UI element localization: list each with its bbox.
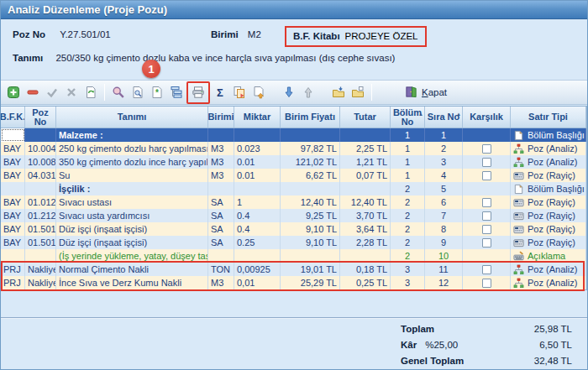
cell-bfk: PRJ — [1, 276, 25, 289]
cell: M3 — [208, 142, 234, 155]
satir-tipi-label: Bölüm Başlığı — [528, 130, 585, 140]
cell: M3 — [208, 169, 234, 182]
cell-bfk — [1, 128, 25, 142]
karsilik-checkbox[interactable] — [482, 211, 491, 221]
cancel-icon[interactable] — [62, 83, 81, 102]
table-row[interactable]: BAY10.004(Y1)250 kg çimento dozlu harç y… — [1, 142, 586, 155]
folder-save-icon[interactable] — [349, 83, 367, 102]
move-down-icon[interactable] — [280, 83, 298, 102]
kapat-button[interactable]: Kapat — [398, 84, 454, 102]
cell: 10.008(Y) — [25, 155, 56, 169]
table-row[interactable]: BAY10.008(Y)350 kg çimento dozlu ince ha… — [1, 155, 586, 169]
cell: Poz (Rayiç) — [511, 236, 586, 249]
table-row[interactable]: BAY01.012Sıvacı ustasıSA112,40 TL12,40 T… — [1, 195, 586, 209]
remove-icon[interactable] — [24, 83, 42, 102]
page-star-icon[interactable]: * — [148, 83, 166, 102]
column-header-miktar[interactable]: Miktar — [234, 107, 281, 128]
column-header-birimi[interactable]: Birimi — [208, 107, 234, 128]
table-row[interactable]: (İş yerinde yükleme, yatay, düşey taşın2… — [1, 249, 586, 263]
sort-asc-icon[interactable]: ▲ — [418, 110, 423, 119]
confirm-icon[interactable] — [43, 83, 61, 102]
cell: Bölüm Başlığı — [511, 182, 586, 195]
table-row[interactable]: BAY01.501Düz işçi (inşaat işçisi)SA0.49,… — [1, 222, 586, 236]
search-page-icon[interactable] — [129, 83, 147, 102]
cell-bfk: PRJ — [1, 263, 25, 276]
door-exit-icon — [405, 86, 417, 100]
cell — [463, 142, 511, 155]
bf-kitabi-value: PROJEYE ÖZEL — [345, 31, 418, 41]
column-header-birim-fiyat-[interactable]: Birim Fiyatı — [281, 107, 340, 128]
table-row[interactable]: BAY01.501Düz işçi (inşaat işçisi)SA0.259… — [1, 236, 586, 249]
folder-open-icon[interactable] — [329, 83, 348, 102]
table-row[interactable]: PRJNakliye.13İnce Sıva ve Derz Kumu Nakl… — [1, 276, 586, 289]
cell — [463, 209, 511, 222]
cell — [463, 195, 511, 209]
toolbar: *Σ Kapat — [1, 80, 587, 105]
print-icon[interactable] — [186, 81, 210, 104]
table-header-row: B.F.K.Poz NoTanımıBirimiMiktarBirim Fiya… — [1, 107, 586, 128]
cell: 5 — [425, 182, 463, 195]
satir-tipi-label: Poz (Analiz) — [528, 143, 577, 154]
copy-page-icon[interactable] — [230, 83, 249, 102]
analysis-tree-icon — [513, 264, 524, 275]
cell — [463, 276, 511, 289]
column-header-tutar[interactable]: Tutar — [340, 107, 391, 128]
cell: 121,02 TL — [281, 155, 340, 169]
cell: 0.4 — [234, 209, 281, 222]
table-row[interactable]: Malzeme :11Bölüm Başlığı — [1, 128, 586, 142]
refresh-icon[interactable] — [81, 83, 100, 102]
cell-bfk: BAY — [1, 222, 25, 236]
cell: Poz (Rayiç) — [511, 222, 586, 236]
cell-bfk: BAY — [1, 209, 25, 222]
cell: 01.501 — [25, 222, 56, 236]
cell — [234, 249, 281, 263]
page-add-icon[interactable] — [249, 83, 268, 102]
levels-icon[interactable] — [167, 83, 186, 102]
satir-tipi-label: Poz (Analiz) — [528, 264, 577, 274]
satir-tipi-label: Poz (Rayiç) — [528, 170, 575, 180]
sort-asc-icon[interactable]: ▲ — [456, 110, 461, 119]
table-body: Malzeme :11Bölüm BaşlığıBAY10.004(Y1)250… — [1, 128, 586, 289]
cell: 2 — [391, 222, 425, 236]
column-header-kar-l-k[interactable]: Karşılık — [463, 107, 511, 128]
table-row[interactable]: BAY04.031SuM30.016,62 TL0,07 TL14Poz (Ra… — [1, 169, 586, 182]
karsilik-checkbox[interactable] — [482, 198, 491, 207]
karsilik-checkbox[interactable] — [482, 279, 491, 288]
poz-no-label: Poz No — [13, 29, 45, 39]
karsilik-checkbox[interactable] — [482, 238, 491, 248]
column-header-sat-r-tipi[interactable]: Satır Tipi — [511, 107, 586, 128]
column-header-s-ra-no[interactable]: Sıra No▲ — [425, 107, 463, 128]
cell — [463, 222, 511, 236]
karsilik-checkbox[interactable] — [482, 265, 491, 274]
move-up-icon[interactable] — [299, 83, 318, 102]
table-row[interactable]: İşçilik :25Bölüm Başlığı — [1, 182, 586, 195]
satir-tipi-label: Poz (Analiz) — [528, 278, 577, 288]
table-row[interactable]: PRJNakliye.01Normal Çimento NakliTON0,00… — [1, 263, 586, 276]
cell: 0.4 — [234, 222, 281, 236]
satir-tipi-label: Poz (Rayiç) — [528, 197, 575, 207]
analysis-magnifier-icon[interactable] — [109, 83, 128, 102]
column-header-poz-no[interactable]: Poz No — [25, 107, 56, 128]
karsilik-checkbox[interactable] — [482, 158, 491, 167]
column-header-b-f-k-[interactable]: B.F.K. — [1, 107, 25, 128]
analiz-duzenleme-window: Analiz Düzenleme (Proje Pozu) Poz No Y.2… — [0, 0, 588, 370]
cell: Poz (Analiz) — [511, 155, 586, 169]
karsilik-checkbox[interactable] — [482, 171, 491, 180]
cell: 01.012 — [25, 195, 56, 209]
column-header-tan-m-[interactable]: Tanımı — [56, 107, 208, 128]
cell: SA — [208, 236, 234, 249]
sum-icon[interactable]: Σ — [211, 83, 229, 102]
karsilik-checkbox[interactable] — [482, 144, 491, 154]
add-icon[interactable] — [4, 83, 23, 102]
cell: Poz (Rayiç) — [511, 195, 586, 209]
table-row[interactable]: BAY01.212Sıvacı usta yardımcısıSA0.49,25… — [1, 209, 586, 222]
column-header-b-l-m-no[interactable]: Bölüm No▲ — [391, 107, 425, 128]
birimi-field: Birimi M2 — [211, 29, 261, 39]
satir-tipi-label: Poz (Rayiç) — [528, 224, 575, 234]
cell: Açıklama — [511, 249, 586, 263]
window-title: Analiz Düzenleme (Proje Pozu) — [1, 1, 587, 19]
cell: TON — [208, 263, 234, 276]
cell: SA — [208, 222, 234, 236]
kar-rate[interactable]: %25,00 — [425, 340, 458, 350]
karsilik-checkbox[interactable] — [482, 225, 491, 234]
